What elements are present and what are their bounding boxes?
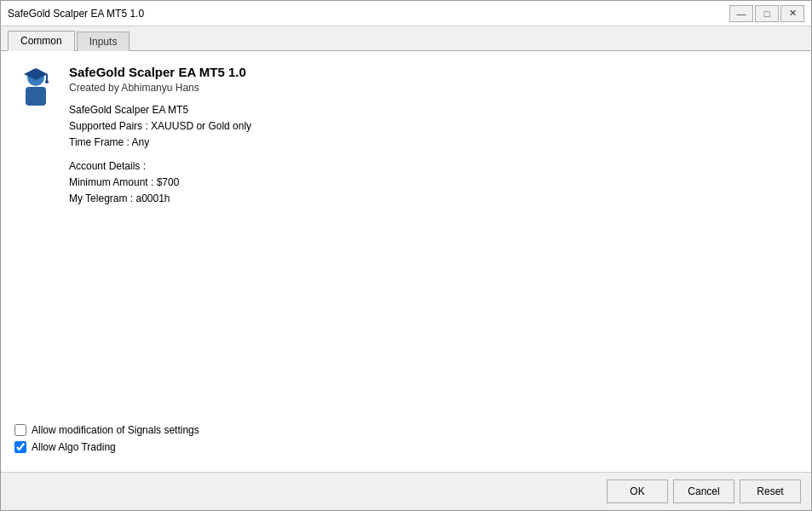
svg-rect-3: [46, 74, 48, 81]
ea-title: SafeGold Scalper EA MT5 1.0: [69, 65, 798, 79]
ea-details: SafeGold Scalper EA MT5 1.0 Created by A…: [69, 65, 798, 207]
maximize-button[interactable]: □: [755, 5, 779, 22]
title-bar: SafeGold Scalper EA MT5 1.0 — □ ✕: [1, 1, 811, 26]
tab-common[interactable]: Common: [8, 31, 75, 51]
ea-author: Created by Abhimanyu Hans: [69, 82, 798, 94]
ea-line5: Minimum Amount : $700: [69, 175, 798, 191]
signals-label: Allow modification of Signals settings: [32, 424, 199, 436]
ea-description: SafeGold Scalper EA MT5 Supported Pairs …: [69, 102, 798, 207]
minimize-button[interactable]: —: [729, 5, 753, 22]
algo-checkbox[interactable]: [14, 441, 26, 453]
reset-button[interactable]: Reset: [740, 479, 801, 503]
algo-checkbox-row: Allow Algo Trading: [14, 441, 798, 453]
content-area: SafeGold Scalper EA MT5 1.0 Created by A…: [1, 51, 811, 472]
ea-line6: My Telegram : a0001h: [69, 191, 798, 207]
close-button[interactable]: ✕: [780, 5, 804, 22]
signals-checkbox[interactable]: [14, 424, 26, 436]
ea-line3: Time Frame : Any: [69, 135, 798, 151]
window-title: SafeGold Scalper EA MT5 1.0: [8, 8, 144, 20]
bottom-section: Allow modification of Signals settings A…: [14, 416, 798, 458]
footer-buttons: OK Cancel Reset: [1, 472, 811, 510]
ea-info-section: SafeGold Scalper EA MT5 1.0 Created by A…: [14, 65, 798, 207]
tab-inputs[interactable]: Inputs: [77, 32, 130, 51]
svg-rect-1: [26, 87, 46, 106]
ea-line2: Supported Pairs : XAUUSD or Gold only: [69, 118, 798, 135]
window-controls: — □ ✕: [729, 5, 804, 22]
ea-icon: [14, 65, 57, 112]
ok-button[interactable]: OK: [607, 479, 668, 503]
ea-line4: Account Details :: [69, 158, 798, 175]
svg-point-4: [45, 80, 49, 83]
cancel-button[interactable]: Cancel: [673, 479, 734, 503]
tab-bar: Common Inputs: [1, 26, 811, 51]
ea-line1: SafeGold Scalper EA MT5: [69, 102, 798, 118]
signals-checkbox-row: Allow modification of Signals settings: [14, 424, 798, 436]
algo-label: Allow Algo Trading: [32, 441, 116, 453]
main-window: SafeGold Scalper EA MT5 1.0 — □ ✕ Common…: [0, 0, 812, 511]
